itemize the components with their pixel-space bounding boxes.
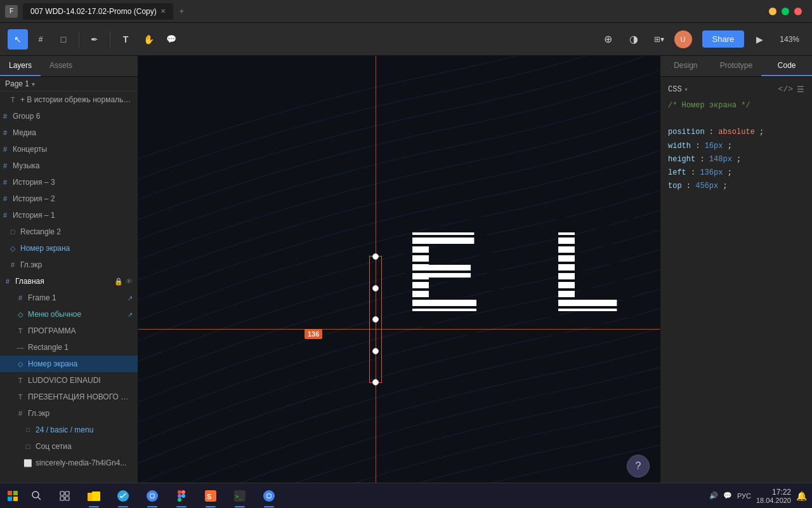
layer-item[interactable]: # Медиа	[0, 124, 138, 141]
figma-btn[interactable]	[167, 483, 195, 509]
plugin-btn[interactable]: ⊕	[598, 29, 619, 50]
chrome-btn-1[interactable]	[138, 483, 166, 509]
panel-tabs: Layers Assets	[0, 56, 138, 77]
app-icon: F	[5, 5, 18, 18]
prop-name: width	[668, 142, 691, 150]
colon: :	[700, 155, 709, 164]
rect-icon: □	[8, 227, 18, 237]
task-view-btn[interactable]	[51, 483, 79, 509]
handle-top[interactable]	[372, 253, 379, 260]
layer-actions: 🔒 👁	[114, 277, 133, 286]
component-icon: ◇	[8, 243, 18, 253]
layer-item[interactable]: □ 24 / basic / menu	[0, 422, 138, 438]
layer-item[interactable]: □ Rectangle 2	[0, 224, 138, 240]
svg-text:S: S	[207, 493, 211, 500]
layer-item[interactable]: # История – 1	[0, 207, 138, 224]
canvas-area[interactable]: .wave { fill: none; stroke: #2a3a5a; str…	[138, 56, 660, 508]
layer-item[interactable]: ◇ Номер экрана	[0, 240, 138, 257]
svg-line-5	[38, 497, 41, 500]
layer-item[interactable]: # Музыка	[0, 157, 138, 174]
layer-item-main[interactable]: # Главная 🔒 👁	[0, 273, 138, 290]
help-button[interactable]: ?	[627, 455, 650, 478]
copy-icon[interactable]: </>	[778, 84, 793, 95]
contrast-btn[interactable]: ◑	[624, 29, 644, 50]
user-avatar[interactable]: U	[674, 30, 692, 48]
component-icon: □	[23, 425, 33, 435]
tool-select[interactable]: ↖	[8, 29, 28, 50]
assets-tab[interactable]: Assets	[41, 56, 81, 76]
layer-item[interactable]: ⬜ sincerely-media-7h4iGn4...	[0, 455, 138, 471]
handle-25[interactable]	[372, 285, 379, 291]
share-button[interactable]: Share	[702, 30, 745, 48]
layer-item[interactable]: # Frame 1 ↗	[0, 290, 138, 306]
layer-item[interactable]: T ПРОГРАММА	[0, 323, 138, 339]
expand-icon[interactable]: ☰	[797, 84, 804, 95]
crosshair-horizontal	[138, 329, 660, 330]
layer-label: sincerely-media-7h4iGn4...	[36, 458, 133, 467]
layer-item[interactable]: □ Соц сетиа	[0, 438, 138, 455]
tool-hand[interactable]: ✋	[138, 29, 159, 50]
taskbar-tray: 🔊 💬 РУС 17:22 18.04.2020 🔔	[704, 488, 812, 504]
layer-label: Главная	[15, 277, 114, 286]
layer-item[interactable]: # Гл.экр	[0, 257, 138, 273]
handle-bottom[interactable]	[372, 379, 379, 385]
tray-icon-1[interactable]: 🔊	[709, 491, 718, 500]
rect-icon: □	[23, 441, 33, 451]
minimize-btn[interactable]	[769, 8, 776, 15]
css-dropdown-icon[interactable]: ▾	[684, 86, 688, 93]
handle-75[interactable]	[372, 348, 379, 354]
layer-item[interactable]: T LUDOVICO EINAUDI	[0, 372, 138, 389]
tray-notifications[interactable]: 💬	[723, 491, 732, 500]
close-btn[interactable]	[794, 8, 802, 15]
layer-item[interactable]: T + В истории обрежь нормально к...	[0, 91, 138, 108]
tool-shape[interactable]: □	[53, 29, 74, 50]
maximize-btn[interactable]	[782, 8, 789, 15]
tab-close-btn[interactable]: ✕	[160, 8, 166, 15]
sublime-btn[interactable]: S	[197, 483, 225, 509]
design-tab[interactable]: Design	[660, 56, 711, 76]
text-icon: T	[15, 375, 25, 385]
layer-label: Rectangle 2	[20, 227, 133, 236]
layers-tab[interactable]: Layers	[0, 56, 41, 76]
layer-item[interactable]: — Rectangle 1	[0, 339, 138, 356]
play-btn[interactable]: ▶	[749, 29, 769, 50]
page-selector[interactable]: Page 1 ▾	[0, 77, 138, 91]
search-button[interactable]	[25, 485, 48, 507]
prototype-tab[interactable]: Prototype	[711, 56, 762, 76]
layer-item[interactable]: # Концерты	[0, 141, 138, 157]
start-button[interactable]	[0, 483, 25, 509]
main-layout: Layers Assets Page 1 ▾ T + В истории обр…	[0, 56, 812, 508]
zoom-level[interactable]: 143%	[775, 35, 804, 44]
tool-comment[interactable]: 💬	[161, 29, 181, 50]
notification-bell[interactable]: 🔔	[796, 491, 807, 501]
layer-item[interactable]: ◇ Меню обычное ↗	[0, 306, 138, 323]
tool-pen[interactable]: ✒	[84, 29, 105, 50]
svg-rect-1	[13, 491, 18, 495]
tool-text[interactable]: T	[115, 29, 136, 50]
css-selector[interactable]: CSS ▾	[668, 85, 688, 94]
layer-label: + В истории обрежь нормально к...	[20, 95, 133, 104]
handle-50[interactable]	[372, 316, 379, 323]
active-tab[interactable]: 007 WDD-14.02-17.02-Promo (Copy) ✕	[23, 3, 173, 20]
chrome-btn-2[interactable]	[255, 483, 283, 509]
terminal-btn[interactable]: >_	[226, 483, 254, 509]
new-tab-btn[interactable]: +	[174, 3, 189, 20]
language-indicator[interactable]: РУС	[737, 492, 751, 500]
layer-item[interactable]: T ПРЕЗЕНТАЦИЯ НОВОГО АЛЬ...	[0, 389, 138, 405]
layer-item-selected[interactable]: ◇ Номер экрана	[0, 356, 138, 372]
lock-icon[interactable]: 🔒	[114, 277, 123, 286]
layer-label: Музыка	[13, 161, 133, 170]
file-explorer-btn[interactable]	[80, 483, 108, 509]
layer-item[interactable]: # История – 3	[0, 174, 138, 190]
layer-label: ПРЕЗЕНТАЦИЯ НОВОГО АЛЬ...	[28, 392, 133, 401]
connection-icon: ↗	[128, 311, 133, 318]
grid-btn[interactable]: ⊞▾	[649, 29, 669, 50]
eye-icon[interactable]: 👁	[126, 277, 133, 286]
layer-item[interactable]: # Гл.экр	[0, 405, 138, 422]
layer-item[interactable]: # Group 6	[0, 108, 138, 124]
tool-frame[interactable]: #	[30, 29, 51, 50]
telegram-btn[interactable]	[109, 483, 137, 509]
toolbar-separator-2	[110, 32, 110, 47]
code-tab[interactable]: Code	[761, 56, 812, 76]
layer-item[interactable]: # История – 2	[0, 190, 138, 207]
